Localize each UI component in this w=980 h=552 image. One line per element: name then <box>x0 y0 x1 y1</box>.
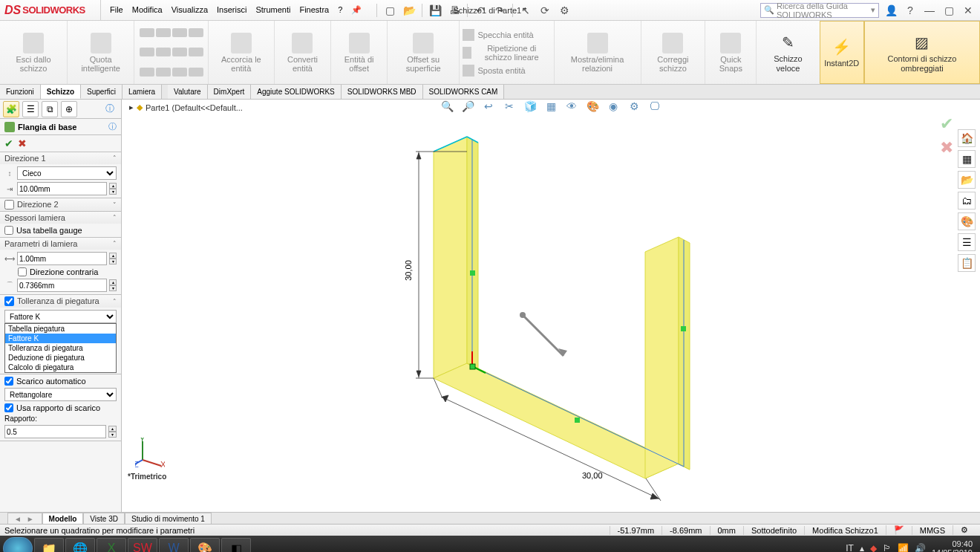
status-cog-icon[interactable]: ⚙ <box>953 525 976 535</box>
dim-width[interactable]: 30,00 <box>582 471 603 480</box>
section-params-header[interactable]: Parametri di lamiera˄ <box>0 238 121 250</box>
tab-viste3d[interactable]: Viste 3D <box>83 513 125 524</box>
menu-window[interactable]: Finestra <box>299 5 329 15</box>
ribbon-repair-sketch[interactable]: Correggi schizzo <box>641 21 706 84</box>
open-icon[interactable]: 📂 <box>402 4 416 17</box>
ribbon-sketch-entities[interactable] <box>134 21 209 84</box>
help-icon[interactable]: ? <box>903 3 918 18</box>
help-search-input[interactable]: 🔍Ricerca della Guida SOLIDWORKS▾ <box>760 3 879 18</box>
tray-show-hidden-icon[interactable]: ▴ <box>860 543 864 552</box>
ribbon-instant2d[interactable]: ⚡Instant2D <box>820 21 864 84</box>
tray-flag-icon[interactable]: 🏳 <box>883 543 892 552</box>
tab-funzioni[interactable]: Funzioni <box>0 85 41 99</box>
menu-pin-icon[interactable]: 📌 <box>351 5 362 15</box>
bend-radius-spinner[interactable]: ▴▾ <box>109 279 117 291</box>
taskbar-app-icon[interactable]: ◧ <box>221 538 251 552</box>
tray-date[interactable]: 14/05/2019 <box>932 548 973 552</box>
ribbon-smart-dim[interactable]: Quota intelligente <box>68 21 134 84</box>
tab-lamiera[interactable]: Lamiera <box>122 85 162 99</box>
menu-edit[interactable]: Modifica <box>132 5 163 15</box>
options-icon[interactable]: ⚙ <box>558 4 571 17</box>
rebuild-icon[interactable]: ⟳ <box>538 4 552 17</box>
menu-help[interactable]: ? <box>338 5 342 15</box>
dim-height[interactable]: 30,00 <box>404 260 413 281</box>
thickness-input[interactable] <box>17 252 107 265</box>
ribbon-quick-snaps[interactable]: Quick Snaps <box>705 21 757 84</box>
ribbon-offset-surface[interactable]: Offset su superficie <box>388 21 460 84</box>
taskbar-solidworks-icon[interactable]: SW <box>128 538 157 552</box>
taskbar-word-icon[interactable]: W <box>159 538 189 552</box>
tab-studio-movimento[interactable]: Studio di movimento 1 <box>125 513 212 524</box>
taskbar-excel-icon[interactable]: X <box>97 538 126 552</box>
taskbar-explorer-icon[interactable]: 📁 <box>34 538 64 552</box>
reverse-dir-icon[interactable]: ↕ <box>4 168 15 178</box>
opt-tolleranza-piegatura[interactable]: Tolleranza di piegatura <box>5 343 116 353</box>
relief-type-select[interactable]: Rettangolare <box>4 388 117 401</box>
opt-fattore-k[interactable]: Fattore K <box>5 334 116 343</box>
help-tab-icon[interactable]: ⓘ <box>102 101 118 117</box>
section-dir1-header[interactable]: Direzione 1˄ <box>0 152 121 164</box>
tab-nav-arrows[interactable]: ◄ ► <box>7 513 42 524</box>
reject-icon[interactable]: ✖ <box>18 137 27 149</box>
dimxpert-manager-tab-icon[interactable]: ⊕ <box>61 101 77 117</box>
ribbon-rapid-sketch[interactable]: ✎Schizzo veloce <box>757 21 819 84</box>
menu-tools[interactable]: Strumenti <box>255 5 290 15</box>
tab-valutare[interactable]: Valutare <box>168 85 208 99</box>
tray-volume-icon[interactable]: 🔊 <box>915 543 926 552</box>
relief-ratio-spinner[interactable]: ▴▾ <box>108 426 117 438</box>
opt-tabella-piegatura[interactable]: Tabella piegatura <box>5 324 116 334</box>
taskbar-paint-icon[interactable]: 🎨 <box>190 538 220 552</box>
feature-manager-tab-icon[interactable]: 🧩 <box>3 101 19 117</box>
close-icon[interactable]: ✕ <box>961 3 976 18</box>
feature-help-icon[interactable]: ⓘ <box>108 121 117 132</box>
start-button[interactable] <box>3 537 33 552</box>
opt-deduzione-piegatura[interactable]: Deduzione di piegatura <box>5 353 116 363</box>
minimize-icon[interactable]: — <box>922 3 937 18</box>
ribbon-trim[interactable]: Accorcia le entità <box>209 21 274 84</box>
new-icon[interactable]: ▢ <box>383 4 396 17</box>
section-spessori-header[interactable]: Spessori lamiera˄ <box>0 212 121 224</box>
thickness-spinner[interactable]: ▴▾ <box>109 253 117 264</box>
opt-calcolo-piegatura[interactable]: Calcolo di piegatura <box>5 363 116 372</box>
bend-allowance-select[interactable]: Fattore K Tabella piegatura Fattore K To… <box>4 310 117 323</box>
ribbon-mirror-pattern[interactable]: Specchia entità Ripetizione di schizzo l… <box>460 21 554 84</box>
tray-lang[interactable]: IT <box>846 543 854 552</box>
ribbon-shaded-contours[interactable]: ▨Contorni di schizzo ombreggiati <box>864 21 980 84</box>
tab-mbd[interactable]: SOLIDWORKS MBD <box>342 85 423 99</box>
auto-relief-checkbox[interactable]: Scarico automatico <box>4 377 117 386</box>
tray-network-icon[interactable]: 📶 <box>898 543 909 552</box>
save-icon[interactable]: 💾 <box>428 4 442 17</box>
dir1-depth-spinner[interactable]: ▴▾ <box>109 183 117 195</box>
status-units[interactable]: MMGS <box>912 526 953 535</box>
tab-schizzo[interactable]: Schizzo <box>41 85 81 99</box>
property-manager-tab-icon[interactable]: ☰ <box>22 101 39 117</box>
tab-superfici[interactable]: Superfici <box>81 85 122 99</box>
config-manager-tab-icon[interactable]: ⧉ <box>42 101 58 117</box>
dir1-depth-input[interactable] <box>17 182 107 195</box>
taskbar-chrome-icon[interactable]: 🌐 <box>65 538 95 552</box>
tray-time[interactable]: 09:40 <box>932 539 973 548</box>
graphics-area[interactable]: ▸◆Parte1 (Default<<Default... 🔍 🔎 ↩ ✂ 🧊 … <box>122 100 980 512</box>
accept-icon[interactable]: ✔ <box>4 137 13 149</box>
menu-view[interactable]: Visualizza <box>172 5 208 15</box>
ribbon-relations[interactable]: Mostra/elimina relazioni <box>555 21 641 84</box>
relief-ratio-input[interactable] <box>4 425 106 438</box>
tab-dimxpert[interactable]: DimXpert <box>208 85 252 99</box>
menu-file[interactable]: File <box>110 5 123 15</box>
tab-modello[interactable]: Modello <box>42 513 84 524</box>
ribbon-offset-entities[interactable]: Entità di offset <box>331 21 388 84</box>
use-gauge-table-checkbox[interactable]: Usa tabella gauge <box>4 226 117 235</box>
reverse-dir-checkbox[interactable]: Direzione contraria <box>4 267 117 276</box>
dir1-type-select[interactable]: Cieco <box>17 166 117 180</box>
ribbon-convert[interactable]: Converti entità <box>275 21 332 84</box>
tray-antivirus-icon[interactable]: ◆ <box>870 543 877 552</box>
ribbon-exit-sketch[interactable]: Esci dallo schizzo <box>0 21 68 84</box>
maximize-icon[interactable]: ▢ <box>941 3 956 18</box>
section-dir2-header[interactable]: Direzione 2˅ <box>0 198 121 211</box>
menu-insert[interactable]: Inserisci <box>217 5 246 15</box>
tab-aggiute[interactable]: Aggiute SOLIDWORKS <box>251 85 341 99</box>
status-mode[interactable]: Modifica Schizzo1 <box>804 526 886 535</box>
bend-radius-input[interactable] <box>17 279 107 292</box>
bend-allowance-dropdown-list[interactable]: Tabella piegatura Fattore K Tolleranza d… <box>4 323 117 373</box>
status-flag-icon[interactable]: 🚩 <box>886 525 912 535</box>
